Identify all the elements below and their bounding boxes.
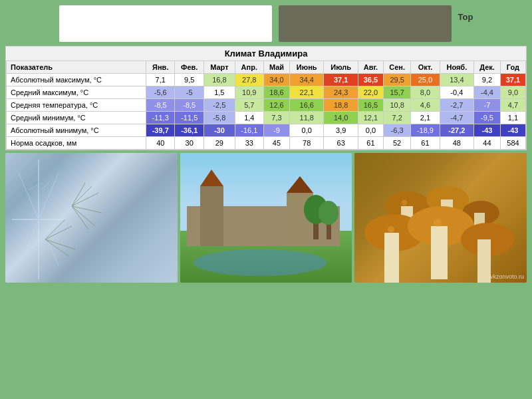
table-row: Абсолютный минимум, °С -39,7 -36,1 -30 -… bbox=[7, 124, 526, 137]
header-row: Показатель Янв. Фев. Март Апр. Май Июнь … bbox=[7, 61, 526, 74]
cell: 45 bbox=[263, 137, 289, 150]
cell: 22,1 bbox=[290, 86, 324, 99]
row-label: Средний максимум, °С bbox=[7, 86, 146, 99]
table-row: Абсолютный максимум, °С 7,1 9,5 16,8 27,… bbox=[7, 74, 526, 86]
cell: 34,4 bbox=[290, 74, 324, 86]
col-mar: Март bbox=[204, 61, 235, 74]
cell: 0,0 bbox=[290, 124, 324, 137]
cell: 61 bbox=[358, 137, 383, 150]
svg-point-42 bbox=[388, 226, 394, 233]
cell: 33 bbox=[235, 137, 263, 150]
cell: -5 bbox=[175, 86, 204, 99]
svg-point-44 bbox=[402, 200, 407, 205]
svg-line-6 bbox=[25, 246, 39, 253]
svg-point-25 bbox=[194, 249, 327, 276]
castle-image bbox=[180, 153, 352, 283]
table-row: Средний максимум, °С -5,6 -5 1,5 10,9 18… bbox=[7, 86, 526, 99]
cell: 1,1 bbox=[500, 112, 525, 124]
cell: -39,7 bbox=[146, 124, 175, 137]
cell: 40 bbox=[146, 137, 175, 150]
cell: 25,0 bbox=[411, 74, 440, 86]
svg-line-9 bbox=[72, 206, 102, 213]
cell: -8,5 bbox=[146, 99, 175, 112]
bottom-images: vkzonvoto.ru bbox=[5, 153, 527, 283]
cell: 24,3 bbox=[324, 86, 358, 99]
cell: 61 bbox=[411, 137, 440, 150]
cell: 29,5 bbox=[383, 74, 410, 86]
cell: 7,2 bbox=[383, 112, 410, 124]
cell: 0,0 bbox=[358, 124, 383, 137]
svg-rect-21 bbox=[200, 186, 223, 246]
row-label: Абсолютный минимум, °С bbox=[7, 124, 146, 137]
svg-line-13 bbox=[72, 206, 88, 229]
frost-image bbox=[5, 153, 178, 283]
cell: 584 bbox=[500, 137, 525, 150]
mushrooms-image: vkzonvoto.ru bbox=[354, 153, 527, 283]
cell: -27,2 bbox=[440, 124, 474, 137]
col-jul: Июль bbox=[324, 61, 358, 74]
cell: -5,8 bbox=[204, 112, 235, 124]
cell: 13,4 bbox=[440, 74, 474, 86]
col-nov: Нояб. bbox=[440, 61, 474, 74]
cell: 37,1 bbox=[500, 74, 525, 86]
cell: -43 bbox=[500, 124, 525, 137]
cell: -8,5 bbox=[175, 99, 204, 112]
table-row: Средняя температура, °С -8,5 -8,5 -2,5 5… bbox=[7, 99, 526, 112]
cell: 7,1 bbox=[146, 74, 175, 86]
cell: 16,5 bbox=[358, 99, 383, 112]
row-label: Норма осадков, мм bbox=[7, 137, 146, 150]
cell: -5,6 bbox=[146, 86, 175, 99]
cell: 18,8 bbox=[324, 99, 358, 112]
svg-point-43 bbox=[434, 219, 442, 227]
svg-line-16 bbox=[45, 219, 65, 239]
col-feb: Фев. bbox=[175, 61, 204, 74]
cell: 18,6 bbox=[263, 86, 289, 99]
cell: -2,5 bbox=[204, 99, 235, 112]
col-jun: Июнь bbox=[290, 61, 324, 74]
col-sep: Сен. bbox=[383, 61, 410, 74]
svg-line-4 bbox=[29, 183, 42, 190]
svg-rect-41 bbox=[477, 239, 491, 283]
cell: 12,1 bbox=[358, 112, 383, 124]
cell: -30 bbox=[204, 124, 235, 137]
watermark: vkzonvoto.ru bbox=[490, 273, 524, 280]
cell: 44 bbox=[474, 137, 501, 150]
cell: -0,4 bbox=[440, 86, 474, 99]
cell: -6,3 bbox=[383, 124, 410, 137]
table-container: Климат Владимира Показатель Янв. Фев. Ма… bbox=[5, 46, 527, 150]
row-label: Средняя температура, °С bbox=[7, 99, 146, 112]
cell: 9,5 bbox=[175, 74, 204, 86]
cell: 36,5 bbox=[358, 74, 383, 86]
svg-point-29 bbox=[319, 201, 338, 225]
cell: 2,1 bbox=[411, 112, 440, 124]
cell: 7,3 bbox=[263, 112, 289, 124]
cell: 48 bbox=[440, 137, 474, 150]
cell: -2,7 bbox=[440, 99, 474, 112]
col-apr: Апр. bbox=[235, 61, 263, 74]
col-may: Май bbox=[263, 61, 289, 74]
row-label: Абсолютный максимум, °С bbox=[7, 74, 146, 86]
col-header-label: Показатель bbox=[7, 61, 146, 74]
cell: 30 bbox=[175, 137, 204, 150]
cell: 27,8 bbox=[235, 74, 263, 86]
cell: 52 bbox=[383, 137, 410, 150]
cell: 4,6 bbox=[411, 99, 440, 112]
mushrooms-svg bbox=[354, 153, 527, 283]
svg-line-5 bbox=[42, 183, 49, 190]
row-label: Средний минимум, °С bbox=[7, 112, 146, 124]
top-label: Top bbox=[458, 5, 473, 22]
top-area: Top bbox=[0, 0, 532, 45]
cell: 3,9 bbox=[324, 124, 358, 137]
cell: 4,7 bbox=[500, 99, 525, 112]
cell: 1,5 bbox=[204, 86, 235, 99]
cell: 9,0 bbox=[500, 86, 525, 99]
svg-line-11 bbox=[72, 206, 95, 226]
col-dec: Дек. bbox=[474, 61, 501, 74]
cell: -9 bbox=[263, 124, 289, 137]
cell: 1,4 bbox=[235, 112, 263, 124]
cell: 63 bbox=[324, 137, 358, 150]
svg-line-15 bbox=[45, 239, 75, 249]
cell: 16,6 bbox=[290, 99, 324, 112]
cell: -18,9 bbox=[411, 124, 440, 137]
cell: 34,0 bbox=[263, 74, 289, 86]
